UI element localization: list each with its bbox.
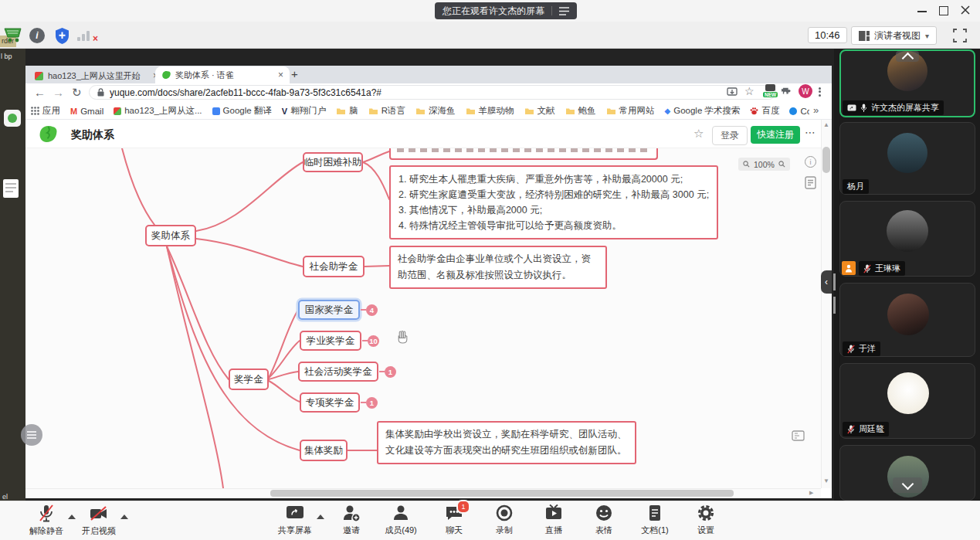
count-badge[interactable]: 1: [385, 366, 396, 378]
chevron-down-button[interactable]: [893, 477, 922, 493]
omnibox[interactable]: yuque.com/docs/share/2acfeb11-bccc-4fab-…: [89, 85, 776, 100]
node-national-scholarship-selected[interactable]: 国家奖学金: [298, 300, 360, 320]
members-button[interactable]: 成员(49): [371, 504, 430, 536]
node-social-activity-scholarship[interactable]: 社会活动奖学金: [298, 362, 378, 382]
horizontal-scroll-thumb[interactable]: [270, 490, 734, 497]
count-badge[interactable]: 10: [368, 335, 379, 347]
layout-switch-icon[interactable]: [559, 7, 569, 15]
extension-new-icon[interactable]: NEW: [763, 84, 778, 97]
url-text[interactable]: yuque.com/docs/share/2acfeb11-bccc-4fab-…: [110, 87, 381, 98]
vertical-scroll-thumb[interactable]: [822, 147, 830, 173]
bookmarks-overflow-chevron[interactable]: »: [813, 104, 819, 116]
tab-yuque-active[interactable]: 奖助体系 · 语雀 ×: [155, 66, 290, 83]
cart-desktop-icon[interactable]: [2, 24, 24, 46]
bookmark-folder[interactable]: 深海鱼: [415, 105, 456, 117]
node-label: 临时困难补助: [304, 156, 362, 169]
bookmark-portal[interactable]: V翱翔门户: [282, 105, 326, 117]
detail-collective-award[interactable]: 集体奖励由学校出资设立，奖励在科学研究、团队活动、文化建设等方面表现突出的研究生…: [377, 421, 636, 464]
start-video-button[interactable]: 开启视频: [70, 504, 128, 537]
bookmark-hao123[interactable]: hao123_上网从这...: [114, 105, 202, 117]
reload-icon[interactable]: ↻: [72, 86, 82, 100]
new-tab-button[interactable]: +: [291, 67, 298, 80]
minimap-icon[interactable]: [792, 430, 805, 441]
bookmark-label: 翱翔门户: [290, 105, 326, 117]
zoom-control[interactable]: 100%: [738, 158, 790, 171]
vertical-scrollbar[interactable]: [821, 120, 832, 488]
bookmark-apps[interactable]: 应用: [31, 105, 60, 117]
detail-line: 3. 其他情况下，补助最高2000 元;: [398, 202, 709, 218]
count-badge[interactable]: 1: [366, 397, 378, 409]
back-icon[interactable]: ←: [34, 86, 46, 99]
tab-close-icon[interactable]: ×: [278, 70, 283, 80]
bookmark-star-icon[interactable]: ☆: [744, 85, 754, 97]
bookmark-translate[interactable]: Google 翻译: [212, 105, 272, 117]
desktop-app-icon[interactable]: [4, 110, 21, 127]
register-button[interactable]: 快速注册: [751, 126, 800, 144]
unmute-button[interactable]: 解除静音: [17, 504, 76, 537]
button-label: 成员(49): [385, 525, 417, 536]
node-collective-award[interactable]: 集体奖励: [300, 440, 348, 461]
mindmap-root-node[interactable]: 奖助体系: [145, 225, 196, 246]
toc-toggle-tab[interactable]: ‹: [821, 270, 832, 294]
tab-hao123[interactable]: hao123_上网从这里开始 ×: [29, 68, 164, 83]
yuque-logo[interactable]: [37, 124, 58, 144]
minimize-button[interactable]: [917, 11, 927, 12]
detail-temporary-aid[interactable]: 1. 研究生本人罹患重大疾病、严重意外伤害等，补助最高20000 元; 2. 研…: [389, 165, 718, 239]
menu-dots-icon[interactable]: [819, 86, 821, 97]
bookmark-gmail[interactable]: MGmail: [70, 107, 103, 116]
meeting-info-icon[interactable]: i: [29, 28, 45, 43]
profile-avatar[interactable]: W: [799, 84, 812, 98]
detail-social-grant[interactable]: 社会助学金由企事业单位或个人出资设立，资助范围、名额及标准按照设立协议执行。: [389, 246, 607, 289]
sidebar-resize-handle[interactable]: [833, 273, 836, 314]
outline-info-icon[interactable]: i: [805, 156, 816, 168]
caret-up-icon[interactable]: [120, 515, 128, 519]
settings-button[interactable]: 设置: [677, 504, 735, 536]
scroll-up-arrow[interactable]: ▲: [823, 121, 829, 128]
bookmark-scholar[interactable]: ◆Google 学术搜索: [665, 105, 741, 117]
node-social-grant[interactable]: 社会助学金: [303, 256, 365, 277]
install-icon[interactable]: [727, 87, 738, 97]
share-screen-button[interactable]: 共享屏幕: [266, 504, 324, 536]
revision-icon[interactable]: [805, 176, 816, 189]
bookmark-correlation[interactable]: Correlation matrix...: [789, 107, 809, 116]
emoji-button[interactable]: 表情: [575, 504, 633, 536]
scroll-right-arrow[interactable]: ▶: [809, 490, 813, 496]
login-button[interactable]: 登录: [712, 126, 748, 145]
bookmark-folder[interactable]: 脑: [336, 105, 358, 117]
doc-star-icon[interactable]: ☆: [693, 127, 704, 141]
scroll-down-arrow[interactable]: ▼: [823, 477, 829, 484]
bookmark-folder[interactable]: R语言: [368, 105, 405, 117]
count-badge[interactable]: 4: [366, 304, 378, 316]
bookmark-folder[interactable]: 鲍鱼: [565, 105, 596, 117]
bookmark-folder[interactable]: 常用网站: [606, 105, 655, 117]
zoom-out-icon[interactable]: [743, 161, 750, 168]
emoji-icon: [594, 504, 614, 523]
doc-title: 奖助体系: [71, 128, 114, 142]
button-label: 邀请: [343, 525, 360, 536]
meeting-window: rder l bp el 您正在观看许文杰的屏幕 i × 10:46 演讲者视图: [0, 0, 980, 540]
desktop-file-icon[interactable]: [3, 179, 19, 198]
doc-more-icon[interactable]: ⋯: [805, 126, 816, 138]
node-academic-scholarship[interactable]: 学业奖学金: [300, 331, 361, 351]
docs-button[interactable]: 文档(1): [626, 504, 684, 536]
node-scholarship[interactable]: 奖学金: [229, 368, 269, 390]
speaker-view-button[interactable]: 演讲者视图 ▾: [851, 26, 937, 45]
fab-menu-button[interactable]: [21, 424, 42, 446]
hamburger-icon: [27, 431, 36, 439]
security-shield-icon[interactable]: [54, 27, 70, 45]
node-special-scholarship[interactable]: 专项奖学金: [300, 392, 360, 413]
close-button[interactable]: [961, 5, 970, 15]
extensions-puzzle-icon[interactable]: [782, 87, 792, 97]
bookmark-folder[interactable]: 文献: [524, 105, 555, 117]
chevron-up-button[interactable]: [896, 51, 919, 62]
bookmark-baidu[interactable]: 百度: [750, 105, 779, 117]
forward-icon[interactable]: →: [53, 86, 64, 99]
maximize-button[interactable]: [939, 6, 948, 15]
fullscreen-icon[interactable]: [953, 29, 967, 42]
zoom-in-icon[interactable]: [778, 161, 785, 168]
bookmark-folder[interactable]: 羊膜动物: [466, 105, 514, 117]
network-error-icon[interactable]: ×: [77, 29, 96, 42]
bookmark-label: Gmail: [80, 107, 103, 116]
node-temporary-aid[interactable]: 临时困难补助: [303, 152, 363, 172]
folder-icon: [368, 107, 378, 115]
